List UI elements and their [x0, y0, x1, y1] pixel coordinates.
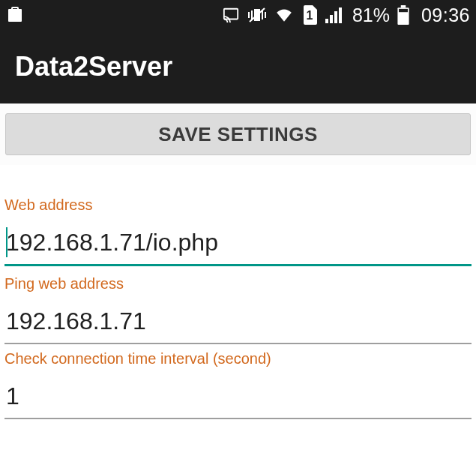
svg-text:1: 1 [306, 9, 313, 22]
vibrate-mute-icon [247, 6, 267, 24]
svg-rect-3 [325, 19, 328, 23]
svg-rect-5 [334, 11, 337, 23]
battery-percentage: 81% [352, 4, 390, 26]
check-interval-input[interactable] [4, 381, 472, 419]
svg-rect-6 [339, 8, 342, 23]
toolbar: SAVE SETTINGS [0, 104, 476, 165]
cast-icon [222, 7, 240, 23]
ping-web-address-input[interactable] [4, 306, 472, 344]
web-address-field: Web address [4, 196, 472, 266]
svg-rect-4 [330, 15, 333, 23]
svg-rect-0 [224, 9, 238, 20]
save-settings-button[interactable]: SAVE SETTINGS [5, 113, 471, 155]
ping-web-address-field: Ping web address [4, 275, 472, 344]
svg-rect-7 [401, 5, 406, 8]
status-bar-right: 1 81% 09:36 [222, 4, 470, 26]
bag-check-icon [6, 6, 24, 24]
web-address-input[interactable] [4, 227, 472, 266]
sim-1-icon: 1 [301, 5, 318, 25]
web-address-label: Web address [4, 196, 472, 214]
battery-icon [397, 5, 409, 25]
app-bar: Data2Server [0, 30, 476, 104]
ping-web-address-label: Ping web address [4, 275, 472, 292]
check-interval-label: Check connection time interval (second) [4, 350, 472, 368]
app-title: Data2Server [15, 51, 172, 82]
status-clock: 09:36 [421, 4, 470, 26]
svg-rect-9 [399, 9, 408, 12]
content-area: SAVE SETTINGS Web address Ping web addre… [0, 104, 476, 419]
signal-icon [325, 7, 343, 23]
check-interval-field: Check connection time interval (second) [4, 350, 472, 419]
status-bar-left [6, 6, 24, 24]
settings-form: Web address Ping web address Check conne… [0, 165, 476, 419]
wifi-icon [274, 7, 294, 23]
android-status-bar: 1 81% 09:36 [0, 0, 476, 30]
